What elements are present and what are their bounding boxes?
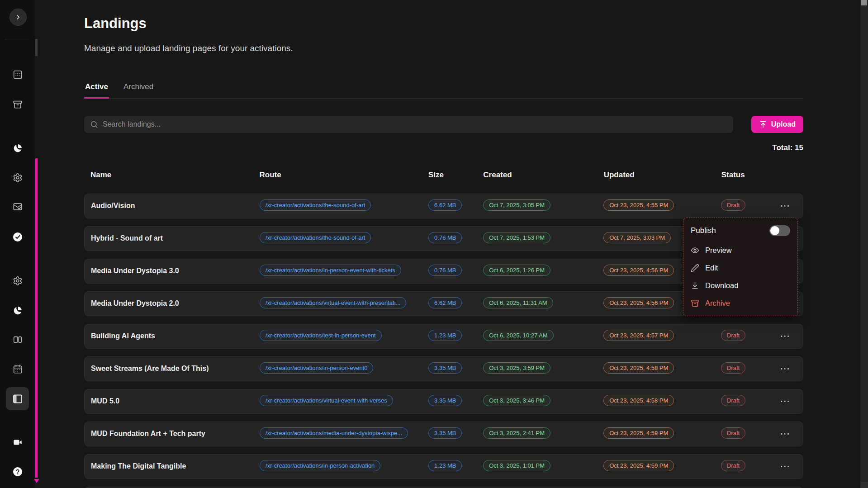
- route-badge: /xr-creator/activations/test-in-person-e…: [260, 330, 381, 341]
- updated-badge: Oct 23, 2025, 4:55 PM: [603, 199, 674, 211]
- menu-item-publish: Publish: [683, 220, 797, 242]
- toggle-knob: [770, 226, 779, 235]
- size-badge: 0.76 MB: [428, 232, 462, 243]
- route-badge: /xr-creator/activations/the-sound-of-art: [260, 199, 371, 211]
- table-row[interactable]: MUD Foundation Art + Tech party /xr-crea…: [84, 422, 803, 446]
- search-icon: [90, 120, 98, 128]
- video-icon: [13, 437, 23, 447]
- created-badge: Oct 3, 2025, 3:59 PM: [483, 362, 550, 374]
- created-badge: Oct 6, 2025, 10:27 AM: [483, 330, 553, 341]
- sidebar-item-tasks[interactable]: [7, 227, 28, 247]
- created-badge: Oct 3, 2025, 1:01 PM: [483, 460, 550, 471]
- gear-icon: [13, 276, 23, 286]
- status-badge: Draft: [721, 395, 745, 406]
- sidebar-item-video[interactable]: [7, 432, 28, 452]
- sidebar-item-calendar[interactable]: [7, 359, 28, 379]
- publish-toggle[interactable]: [769, 225, 790, 236]
- sidebar-item-landings[interactable]: [6, 387, 29, 410]
- sidebar-item-cards[interactable]: [7, 329, 28, 350]
- row-name: Audio/Vision: [91, 202, 260, 210]
- sidebar-item-archive[interactable]: [7, 94, 28, 114]
- table-row[interactable]: Making The Digital Tangible /xr-creator/…: [84, 454, 803, 479]
- created-badge: Oct 7, 2025, 3:05 PM: [483, 199, 550, 211]
- sidebar-divider: [5, 39, 29, 39]
- status-badge: Draft: [721, 199, 745, 211]
- menu-item-archive[interactable]: Archive: [683, 294, 797, 312]
- sidebar-item-help[interactable]: [7, 461, 28, 482]
- created-badge: Oct 6, 2025, 11:31 AM: [483, 297, 553, 308]
- updated-badge: Oct 23, 2025, 4:56 PM: [603, 297, 674, 308]
- sidebar-item-settings[interactable]: [7, 167, 28, 188]
- column-header-size: Size: [428, 171, 483, 180]
- table-row[interactable]: Building AI Agents /xr-creator/activatio…: [84, 324, 803, 349]
- pie-chart-icon: [13, 306, 23, 316]
- row-actions-button[interactable]: ⋯: [774, 428, 796, 440]
- upload-label: Upload: [771, 120, 796, 128]
- row-actions-button[interactable]: ⋯: [774, 200, 796, 212]
- sidebar-scrollbar[interactable]: [35, 0, 38, 488]
- sidebar-item-settings-2[interactable]: [7, 270, 28, 291]
- mail-check-icon: [13, 202, 23, 212]
- sidebar-item-analytics[interactable]: [7, 138, 28, 158]
- size-badge: 6.62 MB: [428, 199, 462, 211]
- row-name: Building AI Agents: [91, 332, 260, 340]
- search-input[interactable]: [103, 120, 727, 128]
- row-actions-menu: Publish Preview Edit Download Archive: [683, 218, 798, 316]
- row-actions-button[interactable]: ⋯: [774, 460, 796, 472]
- route-badge: /xr-creator/activations/in-person-event-…: [260, 265, 401, 276]
- tabs: Active Archived: [84, 82, 803, 99]
- archive-icon: [13, 99, 23, 109]
- page-subtitle: Manage and upload landing pages for your…: [84, 43, 803, 53]
- table-row[interactable]: MUD 5.0 /xr-creator/activations/virtual-…: [84, 389, 803, 414]
- size-badge: 1.23 MB: [428, 460, 462, 471]
- menu-item-download[interactable]: Download: [683, 277, 797, 294]
- panel-left-icon: [12, 393, 23, 404]
- updated-badge: Oct 23, 2025, 4:57 PM: [603, 330, 674, 341]
- row-actions-button[interactable]: ⋯: [774, 395, 796, 407]
- row-name: Sweet Streams (Are Made Of This): [91, 365, 260, 373]
- created-badge: Oct 7, 2025, 1:53 PM: [483, 232, 550, 243]
- created-badge: Oct 3, 2025, 2:41 PM: [483, 427, 550, 439]
- sidebar-item-analytics-2[interactable]: [7, 300, 28, 321]
- grid-icon: [13, 70, 23, 80]
- scrollbar-thumb-gray[interactable]: [35, 39, 38, 56]
- created-badge: Oct 6, 2025, 1:26 PM: [483, 265, 550, 276]
- menu-item-preview[interactable]: Preview: [683, 242, 797, 259]
- updated-badge: Oct 23, 2025, 4:56 PM: [603, 265, 674, 276]
- table-row[interactable]: Audio/Vision /xr-creator/activations/the…: [84, 194, 803, 218]
- upload-button[interactable]: Upload: [751, 116, 803, 133]
- chevron-right-icon: [14, 13, 22, 21]
- tab-active[interactable]: Active: [84, 82, 109, 99]
- browser-scrollbar-down-button[interactable]: [860, 482, 868, 488]
- sidebar-expand-button[interactable]: [9, 9, 27, 26]
- size-badge: 3.35 MB: [428, 395, 462, 406]
- menu-item-edit[interactable]: Edit: [683, 259, 797, 277]
- sidebar-item-mail[interactable]: [7, 196, 28, 217]
- row-actions-button[interactable]: ⋯: [774, 330, 796, 342]
- browser-scrollbar-thumb[interactable]: [861, 0, 867, 5]
- updated-badge: Oct 23, 2025, 4:58 PM: [603, 395, 674, 406]
- column-header-updated: Updated: [604, 171, 721, 180]
- download-icon: [691, 281, 699, 290]
- edit-label: Edit: [705, 264, 718, 272]
- table-row[interactable]: Sweet Streams (Are Made Of This) /xr-cre…: [84, 356, 803, 381]
- scrollbar-thumb-pink[interactable]: [35, 158, 38, 478]
- row-actions-button[interactable]: ⋯: [774, 363, 796, 374]
- calendar-icon: [13, 364, 23, 374]
- browser-scrollbar[interactable]: [860, 0, 868, 488]
- column-header-status: Status: [721, 171, 775, 180]
- sidebar-item-grid[interactable]: [7, 64, 28, 85]
- route-badge: /xr-creator/activations/in-person-event0: [260, 362, 373, 374]
- table-header: Name Route Size Created Updated Status: [84, 171, 803, 180]
- search-box[interactable]: [84, 116, 733, 133]
- row-name: Hybrid - Sound of art: [91, 234, 260, 242]
- route-badge: /xr-creator/activations/in-person-activa…: [260, 460, 380, 471]
- pencil-icon: [691, 264, 699, 272]
- page-title: Landings: [84, 15, 803, 32]
- publish-label: Publish: [691, 226, 716, 235]
- column-header-name: Name: [90, 171, 260, 180]
- status-badge: Draft: [721, 330, 745, 341]
- size-badge: 6.62 MB: [428, 297, 462, 308]
- tab-archived[interactable]: Archived: [123, 82, 154, 98]
- total-count: Total: 15: [84, 143, 803, 152]
